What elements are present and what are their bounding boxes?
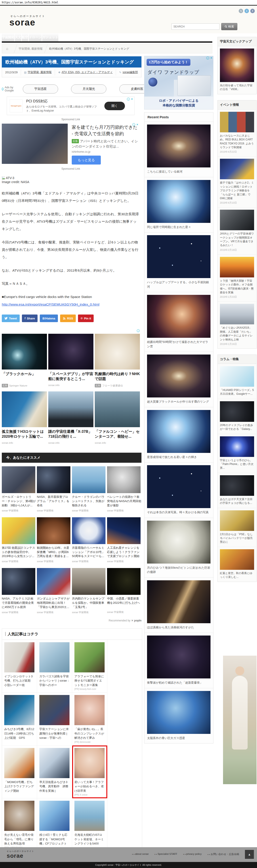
nav-tab[interactable]: 天文 bbox=[15, 33, 21, 41]
daiwa-fund-ad[interactable]: i✕ 1万円から始めてみよう！ ダイワ ファンドラップ ロボ・アドバイザーによる… bbox=[144, 56, 214, 110]
related-article-card[interactable]: 謎の宇宙往還機「X-37B」 718日の飛行ミ... sorae.info bbox=[48, 392, 93, 447]
popular-article-card[interactable]: 北海道大樹町のISTロケット発射場、ネーミングライツを5400 bbox=[72, 798, 107, 851]
close-icon[interactable]: ✕ bbox=[131, 98, 133, 101]
site-logo[interactable]: そらへのポータルサイト sorae bbox=[9, 14, 45, 27]
footer-link[interactable]: about sorae bbox=[132, 852, 149, 856]
related-article-card[interactable]: 孤立無援？H3ロケットは2020年ロケット五輪で... sorae.info bbox=[2, 392, 47, 447]
popin-info-corner[interactable]: i bbox=[2, 329, 140, 332]
recommend-card[interactable]: 人工流れ星チャレンジを応援しよう！クラファンで支援プロジェクト開始 sorae … bbox=[107, 517, 141, 563]
pinterest-button[interactable]: ℗Pin it bbox=[78, 314, 94, 322]
popular-article-card[interactable]: イプシロンロケット3号機、打ち上げ延期 小型レーダー衛 bbox=[2, 640, 37, 693]
column-item[interactable]: 20年のディスプレイの進歩が一目でわかる「Galaxy... bbox=[218, 399, 256, 434]
ad-choices[interactable]: i✕ bbox=[127, 98, 133, 101]
recent-post-item[interactable]: 衝撃波が初めて確認された「超新星爆発」 bbox=[144, 633, 213, 688]
recent-post-item[interactable]: ハッブルはアップデートする。小さな不規則銀河 bbox=[144, 232, 213, 292]
ad-choices[interactable]: i✕ bbox=[132, 123, 138, 126]
recent-post-item[interactable]: ほぼ真横から見た渦巻銀河のすがた bbox=[144, 578, 213, 633]
rss-button[interactable]: RSS bbox=[60, 314, 76, 322]
recommend-card[interactable]: 月内部のマントルサンプルを採取か。中国探査車「玉兎2号」 sorae 宇宙開発 bbox=[72, 568, 106, 614]
article-tags[interactable]: ❖ATV, ESA, ISS, エドアルド・アマルディ bbox=[55, 69, 116, 75]
pickup-item[interactable]: 光の殻を破って現れた宇宙の宝石「V838」 bbox=[218, 46, 256, 94]
recent-post-item[interactable]: こちらに接近している銀河 bbox=[144, 122, 213, 177]
info-icon[interactable]: i bbox=[2, 88, 4, 91]
text-ad-unit[interactable]: ManageEngine PCI DSS対応 あらゆるログを一元管理。コスパで選… bbox=[7, 97, 134, 115]
ad-choices[interactable]: i✕ bbox=[206, 57, 212, 59]
popular-article-card[interactable]: アラフォーでも簡単に痩せる!?1週間ダイエットモニター募集 [PR] beaut… bbox=[72, 640, 107, 693]
info-icon[interactable]: i bbox=[132, 123, 135, 126]
sidebar-display-ad[interactable] bbox=[223, 656, 257, 784]
related-article-card[interactable]: 「ブラックホール」 広告Springer Nature bbox=[2, 334, 47, 390]
ad-open-button[interactable]: 開く bbox=[104, 102, 125, 110]
event-item[interactable]: JAXAとグリーの宇宙体感ワークショップが期間限定オープン。VRで月を爆走できる… bbox=[218, 208, 256, 255]
facebook-icon[interactable]: f bbox=[250, 9, 255, 13]
footer-logo[interactable]: そらへのポータルサイト sorae bbox=[7, 850, 34, 859]
footer-link[interactable]: お問い合わせ・広告出稿 bbox=[207, 852, 239, 856]
recommend-card[interactable]: ガンダムとシャアザクが地球周回軌道に出現！「宇宙から東京2020エ... sor… bbox=[37, 568, 71, 614]
article-categories[interactable]: ▤宇宙開発, 最新情報 bbox=[21, 69, 55, 75]
recent-post-item[interactable]: 同じ場所で同時期に生まれた星々 bbox=[144, 177, 213, 233]
event-item[interactable]: 親子で協力「はやぶさ2」ミッションに挑戦！ロボットプログラミング体験会を「ららぽ… bbox=[218, 156, 256, 208]
search-input[interactable] bbox=[171, 24, 220, 30]
recommend-card[interactable]: ベレシートの痕跡か？衝突地点をNASAの月周回衛星が撮影 sorae 宇宙開発 bbox=[107, 466, 141, 513]
recent-post-item[interactable]: 星形成領域で放たれる若い星々の輝き bbox=[144, 407, 213, 463]
recommend-card[interactable]: 観測開始から13年。火星探査機「MRO」が周回6万周を達成！業績をま... so… bbox=[37, 517, 71, 563]
popular-article-card[interactable]: ガラパゴス諸島を宇宙からパシャリ | sorae：宇宙へのポー bbox=[37, 640, 72, 693]
event-item[interactable]: おバカなレースに大まじめ。RED BULL BOX CART RACE TOKY… bbox=[218, 110, 256, 157]
column-item[interactable]: 「HUAWEI P30シリーズ」5月21日発表。Googleサー... bbox=[218, 364, 256, 399]
recent-post-item[interactable]: 月のひみつ？海抜50kmのピトンに刻まれた巨岩の傷跡 bbox=[144, 518, 213, 578]
event-item[interactable]: 「めぐりあいJAXA2019」開催。人工衛星「だいち」の画像データによるサイレン… bbox=[218, 302, 256, 348]
popular-article-card[interactable]: 若いって大事！アラフォーが始めるべき、老け顔卒業 [PR] X-voice bbox=[72, 745, 107, 799]
nav-tab[interactable]: ドローン bbox=[29, 33, 41, 41]
popular-article-card[interactable]: 「MOMO3号機」打ち上げクラウドファンディング開始 bbox=[2, 745, 37, 799]
popular-article-card[interactable]: 準天頂衛星みちびき3号機、異常動作 調整作業を実施 | bbox=[37, 745, 72, 799]
event-item[interactable]: トラ技「物理大実験！宇宙ロケットの製作」オフ会開催へ。IST技術者の講演・懇親会… bbox=[218, 255, 256, 302]
popin-credit[interactable]: Recommended by ✕ popIn bbox=[2, 619, 141, 622]
recommend-card[interactable]: NASA、アルテミス計画で月面着陸船の開発企業に4550万ドル提供 sorae … bbox=[2, 568, 36, 614]
nav-tab[interactable]: 宇宙開発 bbox=[2, 33, 14, 41]
recommend-card[interactable]: 第27回 衛星設計コンテストの参加登録受付中。2019年から女性エンジ... s… bbox=[2, 517, 36, 563]
twitter-icon[interactable]: t bbox=[245, 9, 249, 13]
related-article-card[interactable]: 乳酸菌の時代は終り？NHKで話題 広告フローラ健康通信 bbox=[95, 334, 140, 390]
popular-article-card[interactable]: 先が見えない育毛や発毛から「増毛」に乗り換える男性急増 [PR] 頭髪NEWS!… bbox=[2, 798, 37, 851]
recent-post-item[interactable]: それは本当の天体写真。時々見かける例の写真 bbox=[144, 463, 213, 518]
column-item[interactable]: 紅葉と星空。秋の夜長にゆっくり楽しむ... bbox=[218, 547, 256, 582]
recent-post-item[interactable]: 総露出時間"50時間"かけて撮影された大マゼラン雲 bbox=[144, 292, 213, 352]
ad-pill-button[interactable]: 月太陽光 bbox=[71, 85, 106, 93]
info-icon[interactable]: i bbox=[127, 98, 130, 101]
reference-link[interactable]: http://www.esa.int/export/esaCP/SEMUASGY… bbox=[2, 303, 99, 307]
breadcrumb-category[interactable]: 宇宙開発, 最新情報 bbox=[19, 47, 43, 51]
url-bar[interactable]: https://sorae.info/030201/4615.html bbox=[0, 0, 257, 5]
recommend-card[interactable]: 中国、小惑星／彗星探査機を2022年に打ち上げへ sorae 宇宙開発 bbox=[107, 568, 141, 614]
column-item[interactable]: 宇宙というより手のひら。「Palm Phone」と使い方次第... bbox=[218, 434, 256, 473]
ad-title[interactable]: PCI DSS対応 bbox=[26, 99, 100, 104]
footer-link[interactable]: Specialist STAFF bbox=[154, 852, 177, 856]
recommend-card[interactable]: 月面着陸のリハーサルミッション「アポロ10号」50周年をスヌーピーも... so… bbox=[72, 517, 106, 563]
popular-article-card[interactable]: みちびき3号機、8月12日14時～23時頃に打ち上げ延期 GPS bbox=[2, 692, 37, 745]
recommend-card[interactable]: NASA、新月面探査プログラム「アルテミス」を命名 sorae 宇宙開発 bbox=[37, 466, 71, 513]
nav-tab[interactable]: ガジェット bbox=[42, 33, 58, 41]
rss-icon[interactable]: ᛋ bbox=[239, 9, 243, 13]
scroll-to-top-button[interactable]: ▲ bbox=[245, 850, 254, 859]
recent-post-item[interactable]: 太陽系外の青い巨大ガス惑星 bbox=[144, 688, 213, 743]
tweet-button[interactable]: Tweet bbox=[2, 314, 20, 322]
facebook-share-button[interactable]: fShare bbox=[22, 314, 37, 322]
popular-article-card[interactable]: 「歯が黄色いね...」長年のコンプレックスが解消されて夢み [PR] denno… bbox=[72, 692, 107, 745]
popular-article-card[interactable]: 残り4日！雪ミクも応援する「MOMO3号機」CFプロジェクト bbox=[37, 798, 72, 851]
home-icon[interactable]: ⌂ bbox=[2, 47, 12, 51]
ad-more-button[interactable]: もっと見る bbox=[72, 156, 101, 164]
ad-pill-button[interactable]: 宇宙惑星 bbox=[23, 85, 58, 93]
recommend-card[interactable]: クルー・ドラゴンのパラシュートテスト、失敗が報告される sorae 宇宙開発 bbox=[72, 466, 106, 513]
search-button[interactable]: 検索 bbox=[221, 23, 237, 30]
close-icon[interactable]: ✕ bbox=[136, 123, 138, 126]
recommend-card[interactable]: ガールズ・ロケットリー・チャレンジ、第4期が始動 3校から14人が... sor… bbox=[2, 466, 36, 513]
article-author[interactable]: ✎sorae編集部 bbox=[116, 69, 141, 75]
hatena-button[interactable]: B!Hatena bbox=[40, 314, 58, 322]
footer-link[interactable]: privacy policy bbox=[183, 852, 201, 856]
related-article-card[interactable]: 「ファルコン・ヘビー」センターコア、着陸せ... sorae.info bbox=[95, 392, 140, 447]
related-article-card[interactable]: 「スペースデブリ」が宇宙船に衝突するとこう... sorae.info bbox=[48, 334, 93, 390]
ad-headline[interactable]: 家を建てたら月7万円節約できた - 売電収入で生活費を節約 bbox=[72, 124, 140, 137]
column-item[interactable]: あなたはガチ天文派？注目の宇宙チョコが気になる... bbox=[218, 473, 256, 508]
recent-post-item[interactable]: 超大質量ブラックホールが作り出す塵のリング bbox=[144, 352, 213, 407]
display-ad-unit[interactable]: 家を建てたら月7万円節約できた - 売電収入で生活費を節約 広告アパート時代と比… bbox=[2, 124, 140, 164]
popular-article-card[interactable]: 宇宙ステーションに米露飛行士が無事到着 | sorae：宇宙への bbox=[37, 692, 72, 745]
